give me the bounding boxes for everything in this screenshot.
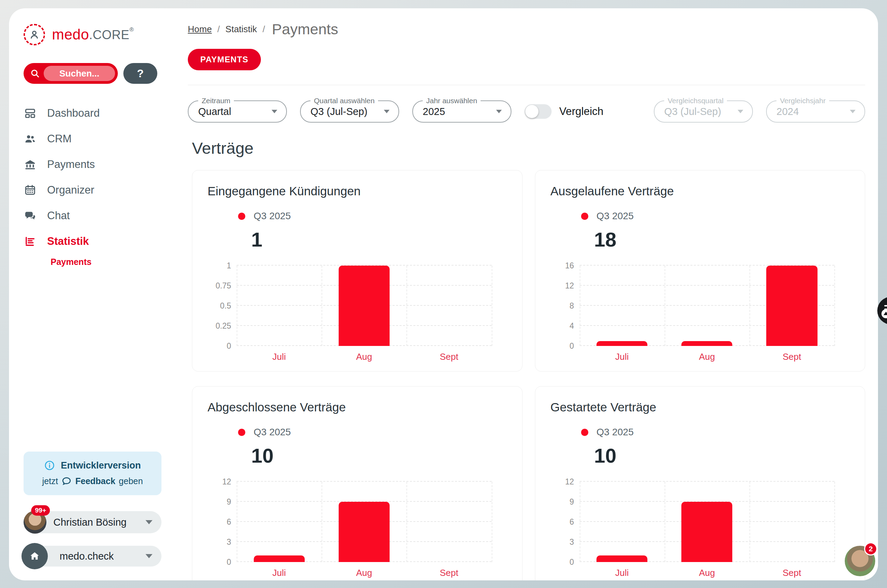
select-label: Quartal auswählen xyxy=(310,97,378,105)
bar-chart-plot: 036912 xyxy=(237,482,492,562)
bar-Aug[interactable] xyxy=(338,266,389,346)
sidebar-item-label: CRM xyxy=(47,133,72,145)
workspace-menu[interactable]: medo.check xyxy=(24,546,161,567)
y-axis-tick: 12 xyxy=(565,478,574,486)
chat-icon xyxy=(24,210,37,222)
developer-version-banner: Entwicklerversion jetzt Feedback geben xyxy=(24,452,161,495)
y-axis-tick: 12 xyxy=(222,478,231,486)
y-axis-tick: 12 xyxy=(565,282,574,290)
select-value: 2024 xyxy=(776,106,799,117)
bar-chart-plot: 036912 xyxy=(580,482,835,562)
chart-title: Gestartete Verträge xyxy=(550,400,850,414)
y-axis-tick: 0.5 xyxy=(220,302,231,310)
legend-label: Q3 2025 xyxy=(597,427,634,438)
search-placeholder: Suchen... xyxy=(44,66,115,81)
gridline xyxy=(834,482,835,562)
chevron-down-icon xyxy=(384,110,389,113)
bar-chart-icon xyxy=(24,235,37,248)
vergleich-toggle[interactable] xyxy=(525,104,552,119)
info-icon xyxy=(44,460,55,471)
gridline xyxy=(664,482,665,562)
x-axis-label: Aug xyxy=(664,568,749,578)
chevron-down-icon xyxy=(496,110,502,113)
section-title: Verträge xyxy=(192,138,865,158)
select-label: Vergleichsquartal xyxy=(664,97,727,105)
sidebar: medo.CORE® Suchen... ? Dashbo xyxy=(9,8,179,580)
sidebar-item-label: Organizer xyxy=(47,184,94,196)
x-axis-label: Aug xyxy=(664,351,749,362)
help-button[interactable]: ? xyxy=(123,63,157,84)
sidebar-subitem-payments[interactable]: Payments xyxy=(51,257,176,267)
bar-Aug[interactable] xyxy=(681,341,732,346)
x-axis-labels: JuliAugSept xyxy=(580,568,835,578)
gridline xyxy=(322,482,322,562)
y-axis-tick: 0 xyxy=(570,558,574,566)
person-logo-icon xyxy=(24,24,45,45)
notification-badge: 99+ xyxy=(31,505,50,516)
y-axis-tick: 6 xyxy=(570,518,574,526)
breadcrumb-home[interactable]: Home xyxy=(188,24,212,34)
bar-chart-plot: 00.250.50.751 xyxy=(237,266,492,346)
payments-tab-button[interactable]: PAYMENTS xyxy=(188,49,261,70)
sidebar-item-organizer[interactable]: Organizer xyxy=(24,182,176,198)
user-menu[interactable]: 99+ Christian Bösing xyxy=(24,511,161,533)
legend-dot-icon xyxy=(581,213,588,220)
main-content: Home / Statistik / Payments PAYMENTS Zei… xyxy=(179,8,878,580)
dev-feedback-link[interactable]: Feedback xyxy=(75,476,115,486)
breadcrumb-statistik[interactable]: Statistik xyxy=(226,24,257,34)
registered-mark: ® xyxy=(129,26,134,33)
feedback-widget-button[interactable] xyxy=(877,297,887,324)
feedback-bubble-icon xyxy=(61,476,72,486)
search-input[interactable]: Suchen... xyxy=(24,63,118,84)
jahr-select[interactable]: Jahr auswählen 2025 xyxy=(412,100,511,123)
support-avatar[interactable]: 2 xyxy=(845,546,875,576)
select-label: Zeitraum xyxy=(198,97,234,105)
bar-chart-plot: 0481216 xyxy=(580,266,835,346)
select-value: 2025 xyxy=(423,106,445,117)
vergleichsjahr-select[interactable]: Vergleichsjahr 2024 xyxy=(766,100,865,123)
bar-Aug[interactable] xyxy=(681,502,732,562)
gridline xyxy=(406,266,407,346)
zeitraum-select[interactable]: Zeitraum Quartal xyxy=(188,100,287,123)
legend-dot-icon xyxy=(238,429,245,436)
chart-title: Abgeschlossene Verträge xyxy=(207,400,507,414)
workspace-name: medo.check xyxy=(60,550,114,562)
sidebar-item-dashboard[interactable]: Dashboard xyxy=(24,105,176,121)
y-axis-tick: 0.75 xyxy=(215,282,231,290)
quartal-select[interactable]: Quartal auswählen Q3 (Jul-Sep) xyxy=(300,100,399,123)
bar-Juli[interactable] xyxy=(597,341,648,346)
chevron-down-icon xyxy=(738,110,743,113)
x-axis-labels: JuliAugSept xyxy=(580,351,835,362)
bar-Juli[interactable] xyxy=(254,555,305,562)
select-label: Vergleichsjahr xyxy=(776,97,829,105)
bar-Sept[interactable] xyxy=(767,266,817,346)
breadcrumb: Home / Statistik / Payments xyxy=(188,21,865,38)
chevron-down-icon xyxy=(146,554,152,558)
bank-icon xyxy=(24,158,37,171)
sidebar-item-payments[interactable]: Payments xyxy=(24,156,176,172)
bar-Juli[interactable] xyxy=(597,555,648,562)
y-axis-tick: 0 xyxy=(227,342,231,350)
sidebar-item-label: Chat xyxy=(47,210,70,222)
y-axis-tick: 16 xyxy=(565,262,574,270)
dev-feedback-prefix: jetzt xyxy=(42,476,58,486)
bar-Aug[interactable] xyxy=(338,502,389,562)
brand-logo[interactable]: medo.CORE® xyxy=(24,21,176,48)
chart-card: Gestartete Verträge Q3 2025 10 036912 Ju… xyxy=(535,386,866,580)
vergleichsquartal-select[interactable]: Vergleichsquartal Q3 (Jul-Sep) xyxy=(654,100,753,123)
sidebar-item-chat[interactable]: Chat xyxy=(24,208,176,224)
widget-triangle-icon xyxy=(881,309,887,318)
y-axis-tick: 0 xyxy=(227,558,231,566)
main-nav: Dashboard CRM Payments xyxy=(24,105,176,267)
sidebar-item-label: Dashboard xyxy=(47,107,100,120)
x-axis-label: Juli xyxy=(237,351,322,362)
chevron-down-icon xyxy=(146,520,152,524)
legend-dot-icon xyxy=(581,429,588,436)
gridline xyxy=(580,481,835,482)
select-value: Quartal xyxy=(198,106,231,117)
x-axis-label: Juli xyxy=(237,568,322,578)
sidebar-item-statistik[interactable]: Statistik xyxy=(24,233,176,249)
sidebar-item-crm[interactable]: CRM xyxy=(24,131,176,147)
chart-card: Eingegangene Kündigungen Q3 2025 1 00.25… xyxy=(192,170,523,372)
x-axis-label: Sept xyxy=(749,568,834,578)
